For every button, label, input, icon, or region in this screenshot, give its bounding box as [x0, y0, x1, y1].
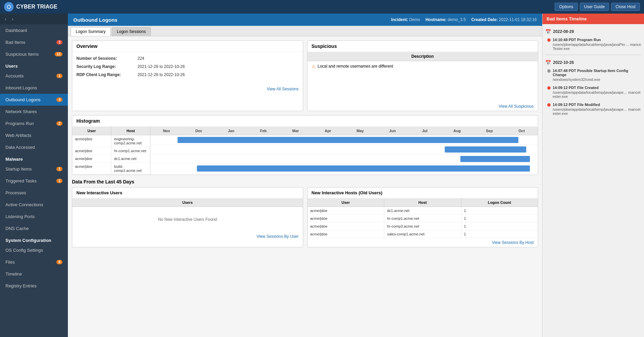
sidebar-item-timeline[interactable]: Timeline: [0, 268, 68, 280]
outbound-logons-badge: 4: [56, 97, 62, 102]
tab-logon-summary[interactable]: Logon Summary: [71, 27, 111, 36]
logo-area: ⬡ CYBER TRIAGE: [4, 2, 555, 12]
month-aug: Aug: [441, 127, 473, 135]
date-label-0: 2022-08-29: [553, 29, 574, 34]
sidebar-item-dns-cache[interactable]: DNS Cache: [0, 223, 68, 234]
sidebar-item-accounts[interactable]: Accounts 1: [0, 70, 68, 82]
overview-row-security-log: Security Log Range: 2021-12-26 to 2022-1…: [76, 64, 299, 69]
sidebar-item-inbound-logons[interactable]: Inbound Logons: [0, 82, 68, 94]
event-time-1-2: 14:09:12 PDT File Modified: [553, 103, 641, 107]
host-user-0: acme/jdoe: [308, 207, 385, 214]
hist-row-2: acme/jdoe dc1.acme.net: [72, 155, 150, 163]
nav-forward-arrow[interactable]: ›: [10, 16, 16, 22]
sidebar-item-web-artifacts[interactable]: Web Artifacts: [0, 129, 68, 141]
event-path-1-0: /windows/system32/cmd.exe: [553, 77, 641, 82]
right-sidebar: Bad Items Timeline 📅 2022-08-29 14:10:48…: [542, 14, 644, 337]
incident-info: Incident: Demo Hostname: demo_3.5 Create…: [391, 17, 537, 22]
sidebar-item-startup-items[interactable]: Startup Items 1: [0, 163, 68, 175]
view-sessions-by-host-link[interactable]: View Sessions By Host: [308, 238, 538, 247]
month-jul: Jul: [409, 127, 441, 135]
content-area: Outbound Logons Incident: Demo Hostname:…: [68, 14, 542, 337]
suspicious-items-badge: 13: [55, 52, 62, 56]
hist-row-0: acme/jdoe engineering-comp2.acme.net: [72, 135, 150, 147]
sidebar-item-programs-run[interactable]: Programs Run 2: [0, 118, 68, 129]
triggered-tasks-badge: 1: [56, 179, 62, 183]
suspicious-col-header: Description: [308, 52, 538, 61]
programs-run-badge: 2: [56, 121, 62, 126]
host-user-1: acme/jdoe: [308, 215, 385, 222]
sidebar-item-bad-items[interactable]: Bad Items 3: [0, 36, 68, 48]
host-host-3: sales-comp1.acme.net: [384, 230, 461, 238]
sidebar-item-outbound-logons[interactable]: Outbound Logons 4: [0, 94, 68, 106]
tab-logon-sessions[interactable]: Logon Sessions: [112, 27, 151, 36]
hosts-col-host: Host: [384, 198, 461, 207]
event-path-1-2: /users/jdoe/appdata/local/temp/java/java…: [553, 107, 641, 116]
hist-bar-1: [445, 146, 526, 153]
event-content-1-2: 14:09:12 PDT File Modified /users/jdoe/a…: [553, 103, 641, 116]
event-content-0-0: 14:10:48 PDT Program Run /users/jdoe/app…: [553, 38, 641, 51]
event-dot-1-1: [547, 86, 551, 90]
sidebar-item-processes[interactable]: Processes: [0, 187, 68, 199]
hosts-col-logon: Logon Count: [461, 198, 538, 207]
hist-chart-months: Nov Dec Jan Feb Mar Apr May Jun Jul Aug …: [150, 127, 538, 135]
hist-bars-area: [150, 135, 538, 173]
sidebar-section-system-config: System Configuration: [0, 234, 68, 244]
overview-content: Number of Sessions: 224 Security Log Ran…: [72, 52, 303, 85]
overview-title: Overview: [72, 41, 303, 52]
sidebar-item-os-config[interactable]: OS Config Settings: [0, 244, 68, 256]
timeline-event-1-1: 14:09:12 PDT File Created /users/jdoe/ap…: [545, 84, 641, 100]
hist-user-table: User Host acme/jdoe engineering-comp2.ac…: [72, 127, 150, 175]
sidebar-item-files[interactable]: Files 6: [0, 256, 68, 268]
sidebar-item-network-shares[interactable]: Network Shares: [0, 106, 68, 118]
overview-row-sessions: Number of Sessions: 224: [76, 56, 299, 61]
event-time-0-0: 14:10:48 PDT Program Run: [553, 38, 641, 42]
new-interactive-hosts-title: New Interactive Hosts (Old Users): [308, 188, 538, 198]
timeline-date-0: 📅 2022-08-29: [545, 27, 641, 36]
histogram-section: Histogram User Host acme/jdoe engineerin…: [72, 115, 538, 175]
top-row: Overview Number of Sessions: 224 Securit…: [72, 40, 538, 111]
month-sep: Sep: [473, 127, 505, 135]
bottom-row: New Interactive Users Users No New Inter…: [72, 187, 538, 247]
sidebar-item-listening-ports[interactable]: Listening Ports: [0, 211, 68, 223]
host-count-0: 1: [461, 207, 538, 214]
month-mar: Mar: [279, 127, 312, 135]
hist-bar-3: [197, 165, 530, 172]
security-log-value: 2021-12-26 to 2022-10-26: [137, 64, 185, 69]
sidebar: ‹ › Dashboard Bad Items 3 Suspicious Ite…: [0, 14, 68, 337]
security-log-label: Security Log Range:: [76, 64, 137, 69]
event-path-0-0: /users/jdoe/appdata/local/temp/java/java…: [553, 42, 641, 51]
top-header: ⬡ CYBER TRIAGE Options User Guide Close …: [0, 0, 644, 14]
host-row-2: acme/jdoe hr-comp3.acme.net 1: [308, 223, 538, 230]
hist-host-3: build-comp1.acme.net: [111, 163, 150, 174]
rdp-log-label: RDP Client Log Range:: [76, 72, 137, 77]
sidebar-item-data-accessed[interactable]: Data Accessed: [0, 141, 68, 153]
month-jun: Jun: [376, 127, 409, 135]
bad-items-badge: 3: [56, 40, 62, 45]
hosts-col-user: User: [308, 198, 385, 207]
options-button[interactable]: Options: [555, 3, 577, 11]
nav-back-arrow[interactable]: ‹: [3, 16, 8, 22]
event-content-1-0: 14:07:48 PDT Possible Startup Item Confi…: [553, 69, 641, 82]
rdp-log-value: 2021-12-26 to 2022-10-26: [137, 72, 185, 77]
event-dot-1-0: [547, 69, 551, 73]
view-all-suspicious-link[interactable]: View All Suspicious: [308, 102, 538, 111]
sidebar-section-malware: Malware: [0, 153, 68, 163]
files-badge: 6: [56, 260, 62, 264]
sessions-value: 224: [137, 56, 144, 61]
user-guide-button[interactable]: User Guide: [580, 3, 609, 11]
view-all-sessions-link[interactable]: View All Sessions: [72, 85, 303, 93]
sidebar-item-suspicious-items[interactable]: Suspicious Items 13: [0, 48, 68, 60]
sidebar-item-triggered-tasks[interactable]: Triggered Tasks 1: [0, 175, 68, 187]
view-sessions-by-user-link[interactable]: View Sessions By User: [72, 232, 303, 241]
new-users-table-header: Users: [72, 198, 303, 207]
sidebar-item-registry[interactable]: Registry Entries: [0, 280, 68, 292]
timeline-event-1-0: 14:07:48 PDT Possible Startup Item Confi…: [545, 67, 641, 83]
host-row-0: acme/jdoe dc1.acme.net 1: [308, 207, 538, 215]
sidebar-item-dashboard[interactable]: Dashboard: [0, 24, 68, 36]
sidebar-item-active-connections[interactable]: Active Connections: [0, 199, 68, 211]
suspicious-content: ⚠ Local and remote usernames are differe…: [308, 61, 538, 102]
close-host-button[interactable]: Close Host: [611, 3, 640, 11]
hist-bar-row-1: [150, 145, 538, 154]
hist-host-0: engineering-comp2.acme.net: [111, 135, 150, 147]
hist-col-host: Host: [111, 127, 150, 135]
